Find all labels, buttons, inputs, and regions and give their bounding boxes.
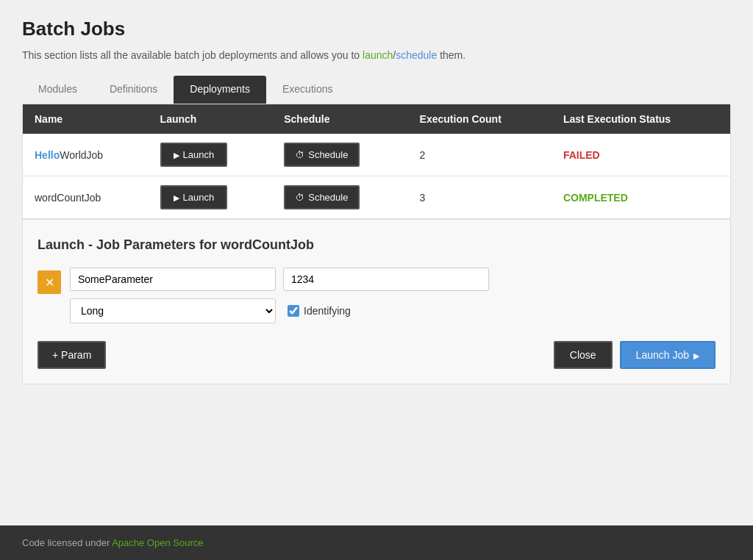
launch-label-1: Launch [183, 149, 215, 160]
exec-count-1: 2 [408, 134, 552, 176]
desc-suffix: them. [437, 49, 465, 61]
page-description: This section lists all the available bat… [22, 49, 731, 61]
param-top-row [70, 268, 489, 291]
clock-icon-2 [296, 192, 304, 203]
close-button[interactable]: Close [554, 341, 613, 369]
param-type-select[interactable]: Long String Double Date [70, 298, 276, 323]
tab-definitions[interactable]: Definitions [93, 76, 174, 104]
tab-deployments[interactable]: Deployments [174, 76, 266, 104]
param-name-input[interactable] [70, 268, 276, 291]
launch-job-icon [693, 349, 699, 361]
play-icon-2 [174, 192, 179, 203]
clock-icon-1 [296, 149, 304, 160]
deployments-table: Name Launch Schedule Execution Count Las… [23, 104, 730, 219]
exec-count-2: 3 [408, 176, 552, 219]
launch-panel: Launch - Job Parameters for wordCountJob… [22, 220, 731, 384]
schedule-button-1[interactable]: Schedule [284, 143, 360, 167]
launch-button-1[interactable]: Launch [160, 143, 228, 167]
launch-link[interactable]: launch [363, 49, 393, 61]
tab-modules[interactable]: Modules [22, 76, 93, 104]
footer-license-link[interactable]: Apache Open Source [112, 537, 203, 548]
param-bottom-row: Long String Double Date Identifying [70, 298, 489, 323]
schedule-label-1: Schedule [308, 149, 348, 160]
col-schedule: Schedule [272, 104, 407, 134]
footer: Code licensed under Apache Open Source [0, 525, 753, 560]
add-param-label: + Param [52, 349, 91, 361]
identifying-checkbox[interactable] [288, 305, 299, 317]
status-badge-1: FAILED [563, 149, 600, 161]
schedule-cell-1: Schedule [272, 134, 407, 176]
job-name-2: wordCountJob [23, 176, 149, 219]
right-actions: Close Launch Job [554, 341, 715, 369]
param-row: ✕ Long String Double Date Identifying [38, 268, 715, 323]
close-label: Close [570, 349, 596, 361]
status-2: COMPLETED [552, 176, 730, 219]
param-value-input[interactable] [283, 268, 489, 291]
status-1: FAILED [552, 134, 730, 176]
schedule-label-2: Schedule [308, 192, 348, 203]
launch-label-2: Launch [183, 192, 215, 203]
status-badge-2: COMPLETED [563, 192, 628, 204]
launch-cell-2: Launch [149, 176, 273, 219]
add-param-button[interactable]: + Param [38, 341, 106, 369]
col-execution-count: Execution Count [408, 104, 552, 134]
page-title: Batch Jobs [22, 18, 731, 40]
launch-job-label: Launch Job [636, 349, 689, 361]
col-name: Name [23, 104, 149, 134]
deployments-table-container: Name Launch Schedule Execution Count Las… [22, 104, 731, 220]
param-fields: Long String Double Date Identifying [70, 268, 489, 323]
tab-bar: Modules Definitions Deployments Executio… [22, 76, 731, 104]
identifying-text: Identifying [304, 305, 351, 317]
job-name-1: HelloWorldJob [23, 134, 149, 176]
table-row: wordCountJob Launch Schedule 3 [23, 176, 730, 219]
launch-cell-1: Launch [149, 134, 273, 176]
remove-param-button[interactable]: ✕ [38, 270, 61, 294]
launch-button-2[interactable]: Launch [160, 185, 228, 209]
table-row: HelloWorldJob Launch Schedule [23, 134, 730, 176]
launch-panel-title: Launch - Job Parameters for wordCountJob [38, 237, 715, 253]
col-launch: Launch [149, 104, 273, 134]
schedule-button-2[interactable]: Schedule [284, 185, 360, 209]
schedule-link[interactable]: schedule [396, 49, 437, 61]
launch-job-button[interactable]: Launch Job [620, 341, 715, 369]
panel-actions: + Param Close Launch Job [38, 341, 715, 369]
tab-executions[interactable]: Executions [266, 76, 349, 104]
identifying-label[interactable]: Identifying [288, 305, 351, 317]
desc-prefix: This section lists all the available bat… [22, 49, 363, 61]
job-name-link-1[interactable]: Hello [35, 149, 60, 161]
play-icon-1 [174, 149, 179, 160]
footer-prefix: Code licensed under [22, 537, 112, 548]
col-last-status: Last Execution Status [552, 104, 730, 134]
job-name-rest-1: WorldJob [60, 149, 103, 161]
schedule-cell-2: Schedule [272, 176, 407, 219]
